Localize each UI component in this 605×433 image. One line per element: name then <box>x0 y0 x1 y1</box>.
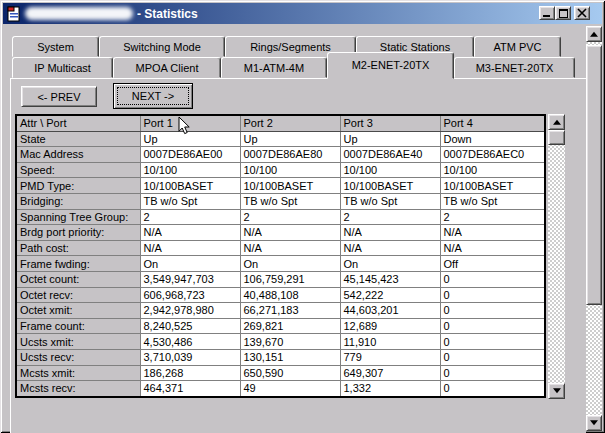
row-label: Path cost: <box>16 240 140 256</box>
arrow-down-icon <box>553 388 561 397</box>
cell-value: 106,759,291 <box>240 271 340 287</box>
cell-value: N/A <box>240 225 340 241</box>
tab-atm-pvc[interactable]: ATM PVC <box>474 36 561 57</box>
table-row: Frame fwding:OnOnOnOff <box>16 256 545 272</box>
cell-value: 11,910 <box>340 334 440 350</box>
row-label: Brdg port priority: <box>16 225 140 241</box>
table-row: StateUpUpUpDown <box>16 131 545 147</box>
cell-value: 10/100 <box>240 162 340 178</box>
tab-strip-row-1: SystemSwitching ModeRings/SegmentsStatic… <box>12 36 561 57</box>
maximize-icon <box>559 9 568 18</box>
cell-value: 3,710,039 <box>140 349 240 365</box>
prev-button[interactable]: <- PREV <box>21 86 97 107</box>
table-scroll-down-button[interactable] <box>548 383 565 399</box>
cell-value: 10/100BASET <box>140 178 240 194</box>
row-label: Octet count: <box>16 271 140 287</box>
close-button[interactable] <box>574 6 590 20</box>
table-row: Octet recv:606,968,72340,488,108542,2220 <box>16 287 545 303</box>
cell-value: 8,240,525 <box>140 318 240 334</box>
cell-value: 0007DE86AEC0 <box>440 147 545 163</box>
row-label: Mcsts xmit: <box>16 365 140 381</box>
table-row: Speed:10/10010/10010/10010/100 <box>16 162 545 178</box>
cell-value: On <box>340 256 440 272</box>
window-scroll-up-button[interactable] <box>586 26 602 42</box>
cell-value: Down <box>440 131 545 147</box>
row-label: Bridging: <box>16 193 140 209</box>
cell-value: 10/100 <box>440 162 545 178</box>
title-bar[interactable]: - Statistics <box>3 3 602 24</box>
window-scrollbar[interactable] <box>586 26 602 431</box>
cell-value: 130,151 <box>240 349 340 365</box>
window-scroll-thumb[interactable] <box>586 45 602 305</box>
table-row: Ucsts xmit:4,530,486139,67011,9100 <box>16 334 545 350</box>
tab-ip-multicast[interactable]: IP Multicast <box>12 57 113 78</box>
cell-value: 542,222 <box>340 287 440 303</box>
cell-value: N/A <box>140 240 240 256</box>
cell-value: 2 <box>140 209 240 225</box>
cell-value: 10/100BASET <box>440 178 545 194</box>
cell-value: 10/100BASET <box>240 178 340 194</box>
column-header: Port 2 <box>240 115 340 131</box>
tab-mpoa-client[interactable]: MPOA Client <box>113 57 221 78</box>
row-label: Spanning Tree Group: <box>16 209 140 225</box>
row-label: PMD Type: <box>16 178 140 194</box>
cell-value: 650,590 <box>240 365 340 381</box>
cell-value: 2 <box>340 209 440 225</box>
cell-value: Up <box>140 131 240 147</box>
table-row: Frame count:8,240,525269,82112,6890 <box>16 318 545 334</box>
cell-value: 4,530,486 <box>140 334 240 350</box>
row-label: Octet recv: <box>16 287 140 303</box>
cell-value: 2 <box>240 209 340 225</box>
minimize-button[interactable] <box>539 6 555 20</box>
cell-value: 0 <box>440 365 545 381</box>
tab-m3-enet-20tx[interactable]: M3-ENET-20TX <box>454 57 575 78</box>
tab-m2-enet-20tx[interactable]: M2-ENET-20TX <box>327 52 454 79</box>
cell-value: 139,670 <box>240 334 340 350</box>
tab-panel: <- PREV NEXT -> Attr \ PortPort 1Port 2P… <box>10 78 586 433</box>
cell-value: 0007DE86AE80 <box>240 147 340 163</box>
cell-value: N/A <box>240 240 340 256</box>
table-scroll-up-button[interactable] <box>548 114 565 130</box>
window-controls <box>539 6 590 20</box>
cell-value: 10/100 <box>140 162 240 178</box>
table-scrollbar[interactable] <box>548 114 565 399</box>
window-scroll-down-button[interactable] <box>586 415 602 431</box>
cell-value: 45,145,423 <box>340 271 440 287</box>
column-header: Port 3 <box>340 115 440 131</box>
tab-switching-mode[interactable]: Switching Mode <box>99 36 225 57</box>
table-row: PMD Type:10/100BASET10/100BASET10/100BAS… <box>16 178 545 194</box>
tab-system[interactable]: System <box>12 36 99 57</box>
row-label: Speed: <box>16 162 140 178</box>
next-button[interactable]: NEXT -> <box>113 83 193 109</box>
table-row: Ucsts recv:3,710,039130,1517790 <box>16 349 545 365</box>
cell-value: On <box>140 256 240 272</box>
cell-value: 44,603,201 <box>340 303 440 319</box>
row-label: Octet xmit: <box>16 303 140 319</box>
cell-value: 0 <box>440 287 545 303</box>
row-label: Frame fwding: <box>16 256 140 272</box>
cell-value: 606,968,723 <box>140 287 240 303</box>
cell-value: 10/100BASET <box>340 178 440 194</box>
cell-value: Up <box>340 131 440 147</box>
row-label: Frame count: <box>16 318 140 334</box>
cell-value: 3,549,947,703 <box>140 271 240 287</box>
table-row: Bridging:TB w/o SptTB w/o SptTB w/o SptT… <box>16 193 545 209</box>
maximize-button[interactable] <box>555 6 571 20</box>
cell-value: 0 <box>440 303 545 319</box>
table-scroll-thumb[interactable] <box>548 130 565 145</box>
cell-value: 269,821 <box>240 318 340 334</box>
minimize-icon <box>543 15 550 17</box>
statistics-window: - Statistics SystemSwitching ModeRings/S… <box>0 0 605 433</box>
tab-m1-atm-4m[interactable]: M1-ATM-4M <box>221 57 327 78</box>
cell-value: TB w/o Spt <box>340 193 440 209</box>
window-title: - Statistics <box>137 7 198 21</box>
column-header: Port 4 <box>440 115 545 131</box>
cell-value: 66,271,183 <box>240 303 340 319</box>
stats-table: Attr \ PortPort 1Port 2Port 3Port 4 Stat… <box>15 114 546 398</box>
cell-value: 464,371 <box>140 381 240 397</box>
table-row: Brdg port priority:N/AN/AN/AN/A <box>16 225 545 241</box>
cell-value: N/A <box>140 225 240 241</box>
table-row: Path cost:N/AN/AN/AN/A <box>16 240 545 256</box>
row-label: Mcsts recv: <box>16 381 140 397</box>
table-row: Spanning Tree Group:2222 <box>16 209 545 225</box>
